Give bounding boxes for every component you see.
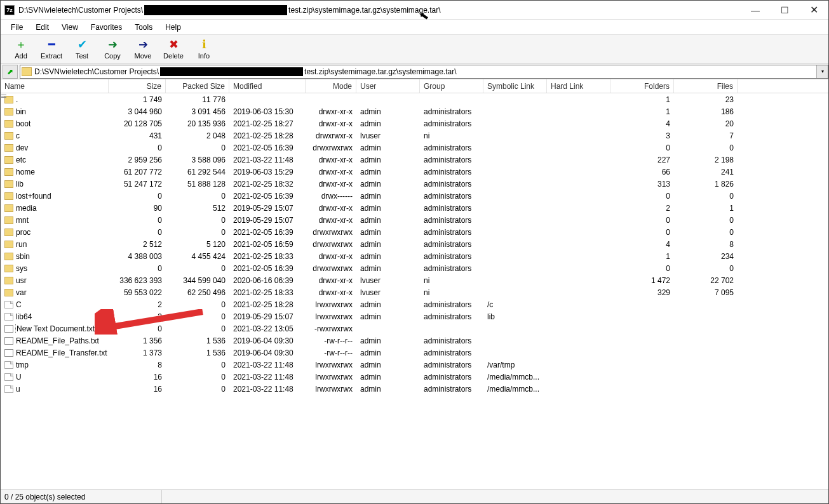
file-row[interactable]: lib64302019-05-29 15:07lrwxrwxrwxadminad… xyxy=(1,310,828,322)
name-cell: var xyxy=(1,288,109,297)
statusbar: 0 / 25 object(s) selected xyxy=(1,489,828,503)
folder-icon xyxy=(4,144,13,152)
column-header[interactable]: Packed Size xyxy=(166,79,229,93)
file-row[interactable]: New Text Document.txt002021-03-22 13:05-… xyxy=(1,322,828,335)
toolbar-move-button[interactable]: ➔Move xyxy=(128,36,158,63)
toolbar-delete-button[interactable]: ✖Delete xyxy=(158,36,189,63)
file-name: var xyxy=(16,288,27,297)
file-row[interactable]: README_File_Transfer.txt1 3731 5362019-0… xyxy=(1,347,828,359)
file-row[interactable]: tmp802021-03-22 11:48lrwxrwxrwxadminadmi… xyxy=(1,359,828,371)
minimize-button[interactable]: — xyxy=(741,1,770,19)
title-prefix: D:\SVN\vieletech\Customer Projects\ xyxy=(18,6,143,15)
cell-user: admin xyxy=(356,361,420,369)
nav-up-button[interactable]: ⬈ xyxy=(3,65,18,79)
cell-group: administrators xyxy=(420,348,483,357)
address-dropdown[interactable]: ▾ xyxy=(816,65,828,78)
cell-user: admin xyxy=(356,180,420,189)
cell-folders: 0 xyxy=(610,264,674,273)
folder-icon xyxy=(4,277,13,284)
column-header[interactable]: Folders xyxy=(610,79,674,93)
name-cell: lib64 xyxy=(1,312,109,321)
cell-mode: lrwxrwxrwx xyxy=(306,312,356,321)
file-row[interactable]: README_File_Paths.txt1 3561 5362019-06-0… xyxy=(1,335,828,347)
column-header[interactable]: User xyxy=(356,79,420,93)
file-row[interactable]: sys002021-02-05 16:39drwxrwxrwxadminadmi… xyxy=(1,262,828,274)
cell-size: 3 xyxy=(109,312,166,321)
cell-files: 0 xyxy=(674,192,738,201)
toolbar-add-button[interactable]: ＋Add xyxy=(6,36,36,63)
toolbar-info-button[interactable]: ℹInfo xyxy=(189,36,219,63)
cell-mod: 2021-02-05 16:39 xyxy=(229,192,306,201)
cell-size: 2 512 xyxy=(109,240,166,249)
file-row[interactable]: C202021-02-25 18:28lrwxrwxrwxadminadmini… xyxy=(1,298,828,310)
cell-folders: 66 xyxy=(610,168,674,176)
maximize-button[interactable]: ☐ xyxy=(770,1,799,19)
file-row[interactable]: lost+found002021-02-05 16:39drwx------ad… xyxy=(1,190,828,202)
cell-size: 16 xyxy=(109,385,166,394)
file-row[interactable]: media905122019-05-29 15:07drwxr-xr-xadmi… xyxy=(1,202,828,214)
folder-icon xyxy=(22,67,32,76)
file-row[interactable]: etc2 959 2563 588 0962021-03-22 11:48drw… xyxy=(1,154,828,166)
menu-view[interactable]: View xyxy=(57,22,83,33)
column-header[interactable]: Symbolic Link xyxy=(483,79,547,93)
file-row[interactable]: run2 5125 1202021-02-05 16:59drwxrwxrwxa… xyxy=(1,238,828,250)
cell-mod: 2020-06-16 06:39 xyxy=(229,276,306,285)
cell-mod: 2019-05-29 15:07 xyxy=(229,216,306,225)
toolbar-label: Extract xyxy=(41,52,62,60)
column-header[interactable]: Modified xyxy=(229,79,306,93)
cell-mod: 2021-03-22 11:48 xyxy=(229,373,306,381)
file-row[interactable]: u1602021-03-22 11:48lrwxrwxrwxadminadmin… xyxy=(1,383,828,395)
file-list[interactable]: .1 74911 776123bin3 044 9603 091 4562019… xyxy=(1,93,828,489)
cell-user: admin xyxy=(356,228,420,237)
file-row[interactable]: dev002021-02-05 16:39drwxrwxrwxadminadmi… xyxy=(1,142,828,154)
menu-favorites[interactable]: Favorites xyxy=(86,22,127,33)
menu-edit[interactable]: Edit xyxy=(30,22,54,33)
cell-mod: 2021-02-25 18:28 xyxy=(229,131,306,140)
column-header[interactable]: Files xyxy=(674,79,738,93)
name-cell: lib xyxy=(1,180,109,189)
cell-user: admin xyxy=(356,107,420,116)
cell-packed: 0 xyxy=(166,228,229,237)
cell-packed: 0 xyxy=(166,361,229,369)
cell-packed: 0 xyxy=(166,373,229,381)
file-row[interactable]: bin3 044 9603 091 4562019-06-03 15:30drw… xyxy=(1,105,828,117)
cell-size: 431 xyxy=(109,131,166,140)
toolbar-extract-button[interactable]: ━Extract xyxy=(36,36,67,63)
column-header[interactable]: Group xyxy=(420,79,483,93)
menu-file[interactable]: File xyxy=(6,22,28,33)
toolbar-copy-button[interactable]: ➜Copy xyxy=(97,36,128,63)
cell-user: admin xyxy=(356,143,420,152)
name-cell: etc xyxy=(1,156,109,164)
file-row[interactable]: c4312 0482021-02-25 18:28drwxrwxr-xlvuse… xyxy=(1,129,828,142)
cell-size: 2 xyxy=(109,300,166,309)
file-row[interactable]: U1602021-03-22 11:48lrwxrwxrwxadminadmin… xyxy=(1,371,828,383)
file-row[interactable]: home61 207 77261 292 5442019-06-03 15:29… xyxy=(1,166,828,178)
file-row[interactable]: lib51 247 17251 888 1282021-02-25 18:32d… xyxy=(1,178,828,190)
file-row[interactable]: var59 553 02262 250 4962021-02-25 18:33d… xyxy=(1,286,828,298)
file-row[interactable]: mnt002019-05-29 15:07drwxr-xr-xadminadmi… xyxy=(1,214,828,226)
cell-files: 0 xyxy=(674,264,738,273)
file-row[interactable]: boot20 128 70520 135 9362021-02-25 18:27… xyxy=(1,117,828,129)
folder-icon xyxy=(4,289,13,296)
file-row[interactable]: .1 74911 776123 xyxy=(1,93,828,105)
column-header[interactable]: Hard Link xyxy=(547,79,610,93)
cell-group: administrators xyxy=(420,336,483,345)
cell-size: 1 749 xyxy=(109,95,166,104)
file-row[interactable]: sbin4 388 0034 455 4242021-02-25 18:33dr… xyxy=(1,250,828,262)
file-row[interactable]: proc002021-02-05 16:39drwxrwxrwxadminadm… xyxy=(1,226,828,238)
close-button[interactable]: ✕ xyxy=(799,1,828,19)
address-field[interactable]: D:\SVN\vieletech\Customer Projects\ test… xyxy=(20,65,828,79)
toolbar-test-button[interactable]: ✔Test xyxy=(67,36,97,63)
column-header[interactable]: Mode xyxy=(306,79,356,93)
cell-group: administrators xyxy=(420,264,483,273)
file-row[interactable]: usr336 623 393344 599 0402020-06-16 06:3… xyxy=(1,274,828,286)
column-header[interactable]: Size xyxy=(109,79,166,93)
cell-mode: -rwxrwxrwx xyxy=(306,324,356,333)
file-name: run xyxy=(16,240,27,249)
menu-help[interactable]: Help xyxy=(160,22,186,33)
titlebar[interactable]: 7z D:\SVN\vieletech\Customer Projects\ t… xyxy=(1,1,828,20)
folder-icon xyxy=(4,156,13,164)
menu-tools[interactable]: Tools xyxy=(130,22,158,33)
cell-mode: drwxr-xr-x xyxy=(306,204,356,213)
column-header[interactable]: Name xyxy=(1,79,109,93)
